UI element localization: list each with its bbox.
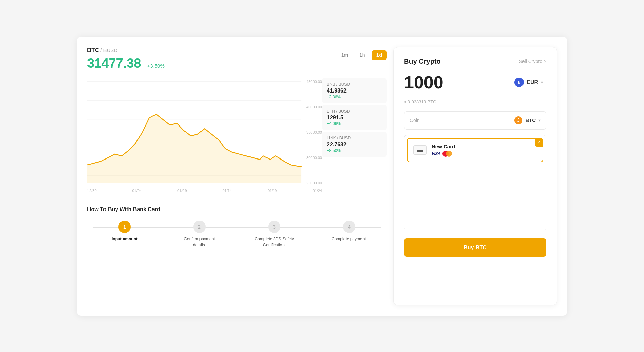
coin-quote-link: BUSD — [339, 136, 351, 140]
pair-main: BTC — [87, 47, 99, 54]
pair-quote: BUSD — [103, 47, 117, 53]
payment-method-scroll[interactable]: ▬ New Card VISA ✓ — [404, 135, 546, 230]
step-3: 3 Complete 3DS Safety Certification. — [237, 221, 312, 248]
y-label-0: 45000.00 — [306, 80, 322, 84]
coin-selector[interactable]: Coin ₿ BTC ▾ — [404, 111, 546, 130]
steps-wrapper: 1 Input amount 2 Confirm payment details… — [87, 221, 387, 248]
time-btn-1d[interactable]: 1d — [372, 50, 387, 60]
x-label-2: 01/09 — [177, 189, 187, 193]
x-label-4: 01/19 — [268, 189, 277, 193]
coin-pair-bnb: BNB / BUSD — [327, 82, 382, 87]
coin-price-eth: 1291.5 — [327, 115, 382, 121]
card-name: New Card — [432, 144, 455, 149]
coin-main-bnb: BNB — [327, 82, 335, 87]
btc-equivalent: ≈ 0.038313 BTC — [404, 99, 546, 104]
currency-label: EUR — [527, 79, 538, 85]
coin-change-eth: +4.06% — [327, 121, 382, 126]
coin-price-bnb: 41.9362 — [327, 88, 382, 94]
step-circle-1: 1 — [118, 221, 131, 233]
eur-symbol: € — [518, 80, 520, 85]
price-value: 31477.38 — [87, 56, 141, 71]
amount-section: 1000 € EUR ▾ — [404, 73, 546, 91]
coin-dropdown-arrow: ▾ — [538, 118, 541, 123]
visa-logo: VISA — [432, 151, 440, 156]
y-label-1: 40000.00 — [306, 105, 322, 109]
time-btn-1h[interactable]: 1h — [355, 50, 370, 60]
chart-wrapper: 45000.00 40000.00 35000.00 30000.00 2500… — [87, 78, 322, 193]
chart-header: BTC / BUSD 31477.38 +3.50% 1m 1h 1d — [87, 47, 387, 71]
coin-selector-label: Coin — [410, 118, 420, 123]
mastercard-logo — [442, 151, 452, 157]
coin-change-bnb: +2.36% — [327, 95, 382, 99]
currency-selector[interactable]: € EUR ▾ — [511, 76, 546, 89]
coin-item-link[interactable]: LINK / BUSD 22.7632 +8.50% — [322, 132, 387, 157]
coin-sep-bnb: / — [336, 82, 339, 87]
amount-value[interactable]: 1000 — [404, 73, 444, 91]
how-to-title: How To Buy With Bank Card — [87, 206, 387, 213]
price-change: +3.50% — [147, 63, 165, 69]
chart-area: 45000.00 40000.00 35000.00 30000.00 2500… — [87, 78, 322, 187]
coin-pair-eth: ETH / BUSD — [327, 109, 382, 114]
step-label-2: Confirm payment details. — [179, 236, 220, 248]
right-panel-header: Buy Crypto Sell Crypto > — [404, 57, 546, 65]
x-label-5: 01/24 — [312, 189, 322, 193]
step-4: 4 Complete payment. — [312, 221, 387, 242]
price-chart — [87, 78, 322, 187]
card-details: New Card VISA — [432, 144, 455, 157]
coin-selector-right: ₿ BTC ▾ — [514, 116, 541, 124]
step-circle-2: 2 — [193, 221, 206, 233]
step-circle-4: 4 — [343, 221, 355, 233]
step-circle-3: 3 — [268, 221, 280, 233]
y-label-3: 30000.00 — [306, 156, 322, 160]
step-label-4: Complete payment. — [332, 236, 367, 242]
payment-card-new[interactable]: ▬ New Card VISA ✓ — [407, 138, 543, 162]
coin-price-link: 22.7632 — [327, 141, 382, 148]
x-label-3: 01/14 — [222, 189, 232, 193]
x-label-0: 12/30 — [87, 189, 97, 193]
left-panel: BTC / BUSD 31477.38 +3.50% 1m 1h 1d — [87, 47, 387, 305]
currency-dropdown-arrow: ▾ — [541, 80, 543, 85]
price-info: BTC / BUSD 31477.38 +3.50% — [87, 47, 165, 71]
y-label-4: 25000.00 — [306, 181, 322, 185]
how-to-buy: How To Buy With Bank Card 1 Input amount… — [87, 206, 387, 248]
coin-item-bnb[interactable]: BNB / BUSD 41.9362 +2.36% — [322, 78, 387, 103]
coin-sep-eth: / — [336, 109, 338, 114]
chart-and-sidebar: 45000.00 40000.00 35000.00 30000.00 2500… — [87, 78, 387, 193]
payment-method-area: ▬ New Card VISA ✓ — [404, 135, 546, 230]
step-1: 1 Input amount — [87, 221, 162, 242]
coin-main-eth: ETH — [327, 109, 335, 114]
y-label-2: 35000.00 — [306, 130, 322, 134]
buy-crypto-title: Buy Crypto — [404, 57, 441, 65]
buy-button[interactable]: Buy BTC — [404, 238, 546, 257]
x-label-1: 01/04 — [132, 189, 142, 193]
coin-change-link: +8.50% — [327, 148, 382, 153]
pair-sep: / — [100, 47, 102, 53]
right-panel: Buy Crypto Sell Crypto > 1000 € EUR ▾ ≈ … — [393, 47, 557, 305]
card-icon-box: ▬ — [413, 145, 427, 155]
coin-quote-bnb: BUSD — [339, 82, 350, 87]
eur-icon: € — [514, 78, 524, 87]
pair-label: BTC / BUSD — [87, 47, 165, 54]
time-btn-1m[interactable]: 1m — [337, 50, 353, 60]
btc-icon: ₿ — [514, 116, 522, 124]
step-2: 2 Confirm payment details. — [162, 221, 237, 248]
coin-quote-eth: BUSD — [338, 109, 350, 114]
step-label-1: Input amount — [112, 236, 138, 242]
step-label-3: Complete 3DS Safety Certification. — [254, 236, 295, 248]
card-brands: VISA — [432, 151, 455, 157]
sell-crypto-link[interactable]: Sell Crypto > — [519, 58, 546, 64]
coin-selector-coin-name: BTC — [525, 117, 536, 123]
coin-pair-link: LINK / BUSD — [327, 136, 382, 140]
chart-x-labels: 12/30 01/04 01/09 01/14 01/19 01/24 — [87, 189, 322, 193]
coin-sep-link: / — [337, 136, 339, 140]
time-selector: 1m 1h 1d — [337, 50, 387, 60]
coin-item-eth[interactable]: ETH / BUSD 1291.5 +4.06% — [322, 105, 387, 130]
checkmark-badge: ✓ — [535, 138, 543, 147]
mc-circle-orange — [446, 151, 452, 157]
coin-main-link: LINK — [327, 136, 336, 140]
sidebar-coins: BNB / BUSD 41.9362 +2.36% ETH / BUSD 129… — [322, 78, 387, 193]
credit-card-icon: ▬ — [417, 147, 423, 154]
